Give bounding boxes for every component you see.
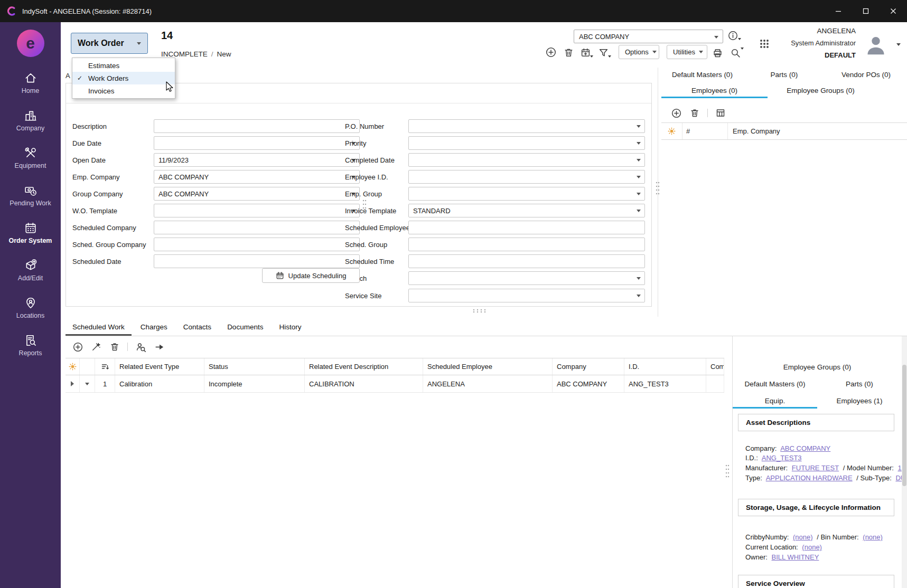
sched-group-input[interactable] [408, 238, 645, 251]
emp-company-combobox[interactable]: ABC COMPANY [154, 170, 360, 184]
options-column-header[interactable] [66, 358, 80, 375]
scheduled-date-input[interactable] [154, 254, 360, 268]
options-column-header[interactable] [661, 123, 682, 139]
update-scheduling-button[interactable]: Update Scheduling [262, 268, 360, 283]
sched-group-company-input[interactable] [154, 238, 360, 251]
scrollbar-thumb[interactable] [902, 365, 906, 486]
sidebar-item-order-system[interactable]: Order System [0, 214, 61, 252]
sidebar-item-add-edit[interactable]: Add/Edit [0, 252, 61, 289]
delete-employee-button[interactable] [689, 107, 700, 119]
company-filter-combobox[interactable]: ABC COMPANY [574, 30, 723, 43]
sidebar-item-home[interactable]: Home [0, 64, 61, 102]
grid-view-button[interactable] [715, 107, 726, 119]
column-splitter-handle[interactable] [362, 198, 367, 213]
menu-item-invoices[interactable]: Invoices [72, 84, 175, 97]
tab-documents[interactable]: Documents [220, 319, 270, 336]
group-company-combobox[interactable]: ABC COMPANY [154, 187, 360, 201]
menu-item-work-orders[interactable]: ✓ Work Orders [72, 72, 175, 84]
asset-panel-splitter-handle[interactable] [725, 463, 730, 478]
scheduled-company-input[interactable] [154, 221, 360, 234]
sidebar-item-reports[interactable]: Reports [0, 327, 61, 364]
column-header-id[interactable]: I.D. [624, 358, 706, 375]
utilities-button[interactable]: Utilities [667, 45, 707, 59]
sidebar-item-company[interactable]: Company [0, 102, 61, 139]
scheduled-employee-input[interactable] [408, 221, 645, 234]
add-employee-button[interactable] [670, 107, 682, 119]
wo-template-combobox[interactable] [154, 204, 360, 217]
tab-scheduled-work[interactable]: Scheduled Work [66, 319, 132, 336]
row-dropdown[interactable] [80, 375, 95, 392]
column-header-scheduled-employee[interactable]: Scheduled Employee [423, 358, 553, 375]
model-number-link[interactable]: 1 [898, 464, 902, 472]
tab-history[interactable]: History [272, 319, 308, 336]
invoice-template-combobox[interactable]: STANDARD [408, 204, 645, 217]
sidebar-item-equipment[interactable]: Equipment [0, 139, 61, 177]
priority-combobox[interactable] [408, 136, 645, 150]
column-header-company[interactable]: Company [553, 358, 624, 375]
table-row[interactable]: 1 Calibration Incomplete CALIBRATION ANG… [66, 375, 724, 393]
number-column-header[interactable]: # [682, 123, 728, 139]
form-splitter-handle[interactable] [472, 308, 487, 314]
info-button[interactable] [727, 30, 738, 41]
service-site-combobox[interactable] [408, 289, 645, 302]
tab-default-masters[interactable]: Default Masters (0) [661, 67, 743, 82]
tab-employees[interactable]: Employees (0) [661, 82, 768, 98]
tab-employees[interactable]: Employees (1) [817, 393, 902, 409]
due-date-combobox[interactable] [154, 136, 360, 150]
filter-button[interactable] [597, 46, 609, 58]
delete-record-button[interactable] [563, 46, 574, 58]
maximize-button[interactable] [852, 0, 880, 22]
column-header-status[interactable]: Status [204, 358, 305, 375]
sort-column-header[interactable] [95, 358, 115, 375]
find-employee-button[interactable] [135, 341, 146, 353]
advanced-search-button[interactable] [730, 47, 741, 59]
print-button[interactable] [712, 47, 723, 59]
scheduled-time-input[interactable] [408, 254, 645, 268]
column-header-com-truncated[interactable]: Com [706, 358, 724, 375]
send-forward-button[interactable] [153, 341, 165, 353]
auto-assign-button[interactable] [90, 341, 102, 353]
menu-item-estimates[interactable]: Estimates [72, 59, 175, 72]
completed-date-combobox[interactable] [408, 153, 645, 167]
sidebar-item-pending-work[interactable]: Pending Work [0, 177, 61, 214]
close-button[interactable] [880, 0, 907, 22]
schedule-button[interactable] [579, 46, 591, 58]
minimize-button[interactable] [825, 0, 852, 22]
order-type-dropdown-button[interactable]: Work Order [71, 33, 148, 54]
employee-id-combobox[interactable] [408, 170, 645, 184]
asset-id-link[interactable]: ANG_TEST3 [762, 454, 802, 462]
tab-employee-groups[interactable]: Employee Groups (0) [733, 359, 902, 375]
emp-group-combobox[interactable] [408, 187, 645, 201]
row-expander[interactable] [66, 375, 80, 392]
description-input[interactable] [154, 119, 360, 133]
manufacturer-link[interactable]: FUTURE TEST [792, 464, 839, 472]
user-avatar[interactable] [864, 32, 888, 57]
options-button[interactable]: Options [619, 45, 659, 59]
tab-equip[interactable]: Equip. [733, 393, 817, 409]
user-menu-chevron-icon[interactable] [896, 43, 901, 46]
cribby-link[interactable]: (none) [793, 533, 813, 541]
subtype-link[interactable]: DU [895, 474, 902, 482]
open-date-combobox[interactable]: 11/9/2023 [154, 153, 360, 167]
company-link[interactable]: ABC COMPANY [780, 444, 830, 452]
tab-default-masters[interactable]: Default Masters (0) [733, 376, 817, 392]
tab-charges[interactable]: Charges [134, 319, 174, 336]
type-link[interactable]: APPLICATION HARDWARE [766, 474, 853, 482]
delete-scheduled-work-button[interactable] [109, 341, 120, 353]
tab-employee-groups[interactable]: Employee Groups (0) [768, 82, 874, 98]
apps-grid-button[interactable] [758, 37, 771, 51]
branch-combobox[interactable] [408, 271, 645, 285]
emp-company-column-header[interactable]: Emp. Company [728, 127, 907, 135]
column-header-event-type[interactable]: Related Event Type [115, 358, 204, 375]
sidebar-item-locations[interactable]: Locations [0, 289, 61, 327]
bin-number-link[interactable]: (none) [863, 533, 883, 541]
add-scheduled-work-button[interactable] [72, 341, 83, 353]
panel-splitter-handle[interactable] [655, 181, 660, 195]
po-number-combobox[interactable] [408, 119, 645, 133]
tab-vendor-pos[interactable]: Vendor POs (0) [825, 67, 907, 82]
current-location-link[interactable]: (none) [802, 543, 822, 551]
owner-link[interactable]: BILL WHITNEY [772, 553, 819, 561]
tab-parts[interactable]: Parts (0) [817, 376, 902, 392]
tab-contacts[interactable]: Contacts [176, 319, 218, 336]
asset-panel-scrollbar[interactable] [902, 336, 907, 588]
